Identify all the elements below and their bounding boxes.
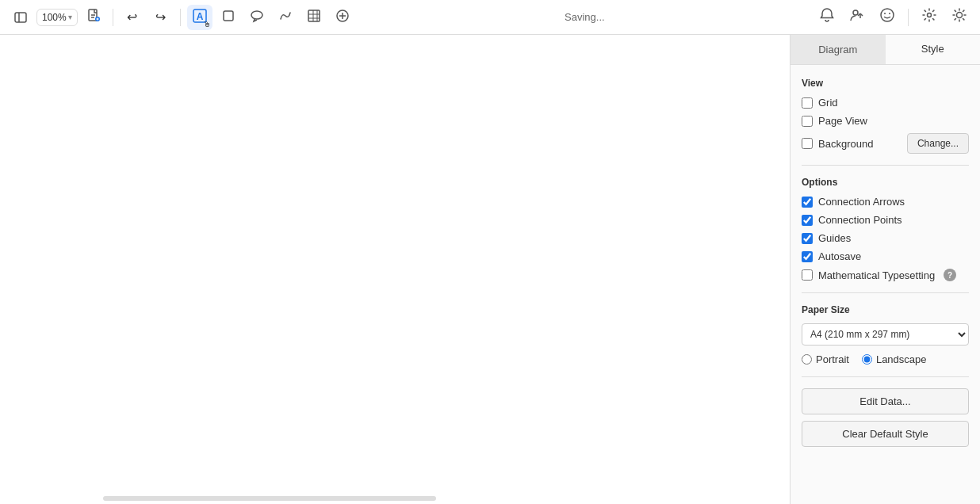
new-page-btn[interactable] — [81, 5, 106, 30]
emoji-icon — [879, 7, 895, 27]
svg-rect-12 — [308, 10, 320, 21]
new-page-icon — [86, 8, 101, 26]
change-background-btn[interactable]: Change... — [907, 133, 969, 154]
svg-point-27 — [928, 13, 932, 17]
main-area: Diagram Style View Grid Page View Ba — [0, 35, 980, 504]
svg-point-28 — [957, 13, 963, 18]
svg-rect-0 — [15, 13, 26, 22]
undo-icon: ↩ — [127, 10, 137, 25]
page-view-row: Page View — [802, 115, 969, 127]
svg-point-24 — [881, 9, 894, 21]
right-panel: Diagram Style View Grid Page View Ba — [790, 35, 980, 504]
bell-icon — [819, 7, 835, 27]
connection-points-checkbox[interactable] — [802, 215, 813, 226]
sidebar-toggle-btn[interactable] — [8, 5, 33, 30]
panel-body: View Grid Page View Background Change...… — [791, 65, 980, 504]
orientation-row: Portrait Landscape — [802, 353, 969, 365]
freehand-tool-icon — [278, 9, 293, 26]
autosave-label[interactable]: Autosave — [818, 250, 861, 262]
portrait-radio-label[interactable]: Portrait — [802, 353, 849, 365]
undo-btn[interactable]: ↩ — [120, 5, 145, 30]
background-checkbox[interactable] — [802, 138, 813, 149]
redo-btn[interactable]: ↪ — [148, 5, 174, 30]
share-btn[interactable] — [844, 5, 870, 30]
guides-label[interactable]: Guides — [818, 232, 851, 244]
autosave-row: Autosave — [802, 250, 969, 262]
toolbar-right-group — [814, 5, 972, 30]
portrait-radio[interactable] — [802, 354, 812, 365]
landscape-radio-label[interactable]: Landscape — [862, 353, 927, 365]
connection-points-label[interactable]: Connection Points — [818, 214, 902, 226]
connection-arrows-checkbox[interactable] — [802, 197, 813, 208]
connection-arrows-row: Connection Arrows — [802, 196, 969, 208]
landscape-label: Landscape — [876, 353, 927, 365]
callout-tool-btn[interactable] — [244, 5, 270, 30]
canvas-area[interactable] — [0, 35, 790, 504]
divider-2 — [802, 292, 969, 293]
svg-point-11 — [251, 11, 262, 19]
insert-tool-icon — [335, 9, 350, 26]
separator-right — [908, 9, 909, 26]
edit-data-btn[interactable]: Edit Data... — [802, 388, 969, 414]
settings-btn[interactable] — [917, 5, 942, 30]
panel-tabs: Diagram Style — [791, 35, 980, 65]
portrait-label: Portrait — [816, 353, 849, 365]
toolbar: 100% ▾ ↩ ↪ A — [0, 0, 980, 35]
page-view-checkbox[interactable] — [802, 116, 813, 127]
table-tool-btn[interactable] — [301, 5, 327, 30]
svg-point-20 — [853, 10, 858, 15]
table-tool-icon — [307, 9, 321, 26]
horizontal-scrollbar[interactable] — [103, 496, 436, 501]
paper-size-select[interactable]: A4 (210 mm x 297 mm) A3 (297 mm x 420 mm… — [802, 323, 969, 346]
guides-checkbox[interactable] — [802, 233, 813, 244]
text-tool-btn[interactable]: A 🖱 — [187, 5, 212, 30]
zoom-control[interactable]: 100% ▾ — [36, 9, 78, 26]
callout-tool-icon — [250, 9, 264, 26]
saving-text: Saving... — [565, 11, 605, 23]
paper-size-section-title: Paper Size — [802, 304, 969, 315]
sidebar-toggle-icon — [13, 10, 28, 25]
shape-tool-btn[interactable] — [216, 5, 241, 30]
saving-status: Saving... — [358, 11, 811, 23]
math-typesetting-help-icon[interactable]: ? — [944, 269, 956, 281]
math-typesetting-row: Mathematical Typesetting ? — [802, 269, 969, 281]
math-typesetting-label[interactable]: Mathematical Typesetting — [818, 269, 935, 281]
autosave-checkbox[interactable] — [802, 251, 813, 262]
separator-1 — [113, 9, 113, 26]
zoom-chevron-icon: ▾ — [68, 13, 72, 21]
clear-default-style-btn[interactable]: Clear Default Style — [802, 421, 969, 447]
insert-tool-btn[interactable] — [330, 5, 355, 30]
math-typesetting-checkbox[interactable] — [802, 269, 813, 281]
tab-style-label: Style — [921, 43, 944, 55]
divider-3 — [802, 376, 969, 377]
connection-points-row: Connection Points — [802, 214, 969, 226]
divider-1 — [802, 165, 969, 166]
background-row: Background Change... — [802, 133, 969, 154]
svg-rect-10 — [224, 11, 233, 21]
options-section-title: Options — [802, 177, 969, 188]
background-label[interactable]: Background — [818, 138, 873, 150]
grid-checkbox[interactable] — [802, 97, 813, 109]
gear-icon — [921, 7, 937, 27]
grid-label[interactable]: Grid — [818, 97, 838, 109]
tab-style[interactable]: Style — [886, 35, 981, 64]
zoom-label: 100% — [42, 12, 67, 23]
tab-diagram-label: Diagram — [818, 44, 857, 55]
notifications-btn[interactable] — [814, 5, 840, 30]
redo-icon: ↪ — [155, 10, 166, 25]
guides-row: Guides — [802, 232, 969, 244]
view-section-title: View — [802, 78, 969, 89]
separator-2 — [180, 9, 181, 26]
shape-tool-icon — [221, 9, 235, 26]
theme-btn[interactable] — [947, 5, 972, 30]
sun-icon — [951, 7, 967, 27]
svg-point-26 — [889, 13, 890, 14]
share-person-icon — [849, 7, 865, 27]
freehand-tool-btn[interactable] — [273, 5, 298, 30]
emoji-btn[interactable] — [875, 5, 900, 30]
tab-diagram[interactable]: Diagram — [791, 35, 886, 64]
page-view-label[interactable]: Page View — [818, 115, 867, 127]
grid-row: Grid — [802, 97, 969, 109]
connection-arrows-label[interactable]: Connection Arrows — [818, 196, 905, 208]
landscape-radio[interactable] — [862, 354, 872, 365]
